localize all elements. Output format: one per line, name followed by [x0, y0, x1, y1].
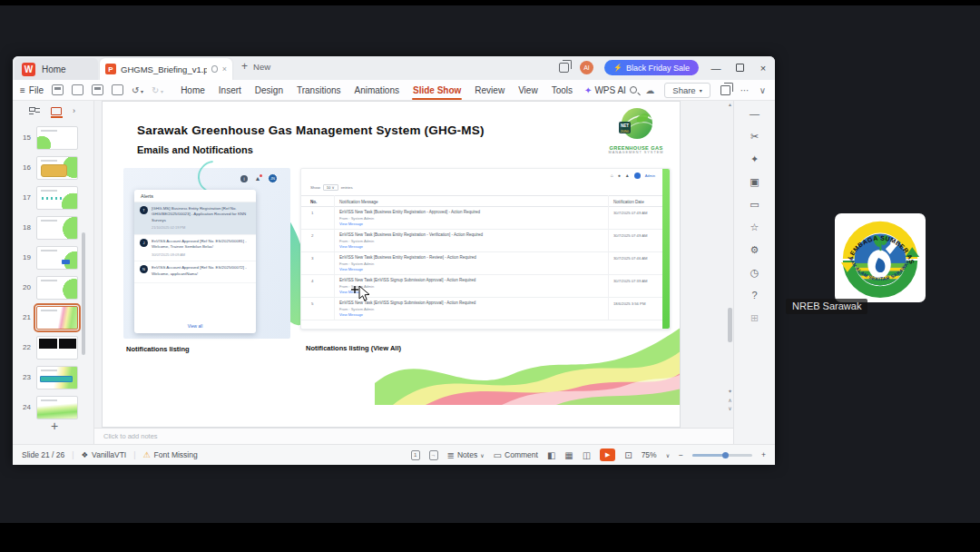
slide-sorter-icon[interactable]: ▦	[564, 450, 573, 460]
print-preview-icon[interactable]	[112, 84, 123, 95]
promo-label: Black Friday Sale	[626, 64, 690, 73]
search-icon[interactable]	[630, 86, 637, 94]
zoom-slider[interactable]	[692, 454, 752, 457]
zoom-level[interactable]: 75%	[642, 450, 657, 459]
table-user-name: Admin	[645, 173, 655, 178]
redo-button[interactable]: ↻ ▾	[152, 85, 163, 95]
wps-ai-button[interactable]: ✦ WPS AI	[584, 85, 626, 95]
help-icon[interactable]: ?	[748, 288, 762, 302]
font-missing-warning[interactable]: ⚠ Font Missing	[142, 450, 197, 459]
account-avatar[interactable]: AI	[580, 61, 593, 74]
slide-preview	[36, 156, 78, 180]
slideshow-play-button[interactable]: ▶	[600, 448, 615, 461]
undo-button[interactable]: ↺ ▾	[132, 85, 143, 95]
ribbon-menu-item[interactable]: Review	[474, 83, 505, 98]
slide-number: 22	[13, 343, 36, 351]
ribbon-menu-item[interactable]: Transitions	[296, 83, 342, 98]
print-icon[interactable]	[92, 84, 103, 95]
scroll-up-icon[interactable]: ▲	[727, 102, 733, 107]
settings-icon[interactable]: ⚙	[748, 242, 762, 257]
tab-close-icon[interactable]: ×	[222, 64, 227, 74]
shapes-icon[interactable]: ▣	[748, 174, 762, 189]
notes-input[interactable]: Click to add notes	[94, 428, 733, 444]
ribbon-menu-item[interactable]: Animations	[354, 83, 400, 98]
collapse-rail-icon[interactable]: —	[748, 106, 762, 121]
theme-icon[interactable]: ✦	[748, 152, 762, 166]
zoom-in-button[interactable]: +	[761, 450, 766, 459]
ribbon-menu-item[interactable]: Insert	[218, 83, 242, 98]
slide-preview	[36, 366, 78, 389]
collapse-ribbon-icon[interactable]: ∨	[760, 85, 766, 95]
close-button[interactable]: ×	[757, 63, 769, 74]
wps-home-tab[interactable]: W Home	[15, 58, 98, 80]
slide-subtitle: Emails and Notifications	[137, 144, 253, 155]
comment-panel-icon[interactable]: ▭	[748, 197, 762, 212]
table-user-avatar	[634, 172, 641, 179]
notes-toggle[interactable]: ≣ Notes ∨	[447, 450, 485, 460]
normal-view-icon[interactable]: ◧	[547, 450, 555, 460]
file-menu[interactable]: ≡ File	[20, 85, 44, 95]
theme-button[interactable]: ❖ VanillaVTI	[81, 450, 126, 459]
ribbon-menu-item[interactable]: Design	[254, 83, 284, 98]
slide-nav-buttons[interactable]: ✦∧∨	[726, 388, 734, 414]
slide-thumbnail[interactable]: 17	[13, 182, 94, 212]
outline-view-icon[interactable]	[29, 106, 40, 115]
green-edge-decoration	[662, 169, 670, 329]
thumbnail-scrollbar[interactable]	[82, 232, 85, 355]
zoom-slider-knob[interactable]	[722, 452, 729, 458]
share-button[interactable]: Share ▾	[664, 83, 710, 98]
new-tab-button[interactable]: + New	[241, 60, 270, 73]
ribbon-menu-item[interactable]: Tools	[551, 83, 573, 98]
document-tab[interactable]: P GHGMS_Briefing_v1.pptx ×	[100, 58, 232, 80]
slide-thumbnail[interactable]: 23	[13, 362, 94, 392]
zoom-caret-icon[interactable]: ∨	[666, 452, 670, 458]
ribbon-menu-item[interactable]: Home	[180, 83, 206, 98]
minimize-button[interactable]: —	[710, 63, 722, 74]
more-options-icon[interactable]: ⋯	[740, 85, 750, 95]
alert-avatar: N	[140, 265, 148, 273]
promo-button[interactable]: ⚡ Black Friday Sale	[604, 60, 699, 75]
ribbon-menu: HomeInsertDesignTransitionsAnimationsSli…	[180, 83, 573, 98]
favorites-icon[interactable]: ☆	[748, 220, 762, 234]
toolbox-icon[interactable]: ✂	[748, 129, 762, 143]
brand-line2: MANAGEMENT SYSTEM	[603, 151, 669, 154]
alert-avatar: T	[140, 206, 148, 214]
ribbon-menu-item[interactable]: Slide Show	[412, 83, 462, 98]
wps-logo: W	[22, 63, 35, 76]
fit-screen-icon[interactable]: ⊡	[624, 450, 632, 460]
ribbon-menu-item[interactable]: View	[517, 83, 539, 98]
slide-preview	[36, 216, 78, 240]
status-bar: Slide 21 / 26 | ❖ VanillaVTI | ⚠ Font Mi…	[13, 444, 775, 465]
comment-button[interactable]: ▭ Comment	[494, 450, 538, 460]
history-icon[interactable]: ◷	[748, 265, 762, 280]
panes-icon[interactable]	[720, 85, 730, 95]
slide-thumbnail[interactable]: 15	[13, 123, 94, 153]
ghgms-logo-icon: NET 2050	[617, 106, 655, 144]
add-slide-button[interactable]: +	[38, 419, 71, 437]
export-icon[interactable]	[72, 84, 83, 95]
cloud-sync-icon[interactable]: ☁	[645, 85, 654, 95]
alert-avatar: J	[140, 239, 148, 247]
insert-slide-icon[interactable]: →	[429, 450, 438, 460]
canvas-scrollbar[interactable]: ▲ ✦∧∨	[727, 101, 733, 428]
restore-button[interactable]	[733, 63, 746, 74]
ghgms-brand-logo: NET 2050 GREENHOUSE GAS MANAGEMENT SYSTE…	[603, 106, 669, 154]
slide-info-icon[interactable]: 1	[411, 450, 420, 460]
collapse-panel-icon[interactable]: ›	[73, 106, 75, 115]
thumbnail-view-icon[interactable]	[51, 107, 62, 115]
save-icon[interactable]	[52, 84, 64, 95]
wps-office-window: W Home P GHGMS_Briefing_v1.pptx × + New …	[13, 56, 775, 465]
participant-tile[interactable]: LEMBAGA SUMBER ASLI DAN ALAM SEKITAR SAR…	[786, 205, 976, 314]
notes-icon: ≣	[447, 450, 455, 460]
zoom-out-button[interactable]: −	[679, 450, 683, 459]
slide-canvas-area: Sarawak Greenhouse Gas Management System…	[94, 101, 733, 428]
comment-icon: ▭	[494, 450, 502, 460]
file-menu-label: File	[29, 85, 44, 95]
scrollbar-thumb[interactable]	[728, 308, 732, 342]
apps-grid-icon[interactable]: ⊞	[748, 310, 762, 325]
slide-thumbnail[interactable]: 16	[13, 153, 94, 182]
slide-21-canvas[interactable]: Sarawak Greenhouse Gas Management System…	[102, 101, 681, 428]
reading-view-icon[interactable]: ◫	[583, 450, 591, 460]
window-layout-icon[interactable]	[559, 63, 569, 73]
alerts-list: T [GHG-MS] Business Entity Registration …	[134, 202, 256, 283]
